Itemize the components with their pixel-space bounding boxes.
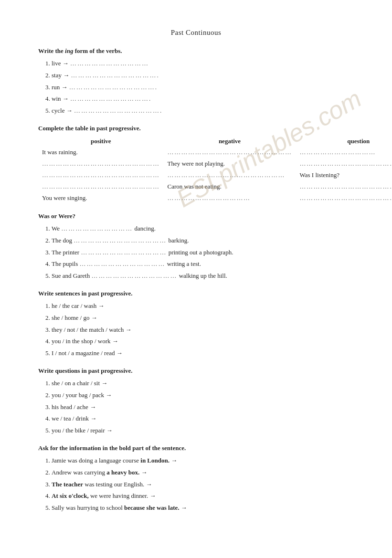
bold-part: a heavy box.: [106, 469, 139, 476]
cell-positive: ……………………………………………: [38, 169, 164, 181]
list-item: they / not / the match / watch →: [52, 325, 354, 335]
list-item: she / home / go →: [52, 313, 354, 323]
table-row: It was raining. ……………………………………………… ………………: [38, 147, 392, 158]
section-past-progressive-table: Complete the table in past progressive. …: [38, 125, 354, 204]
cell-negative: ……………………………………………: [164, 169, 296, 181]
col-question: question: [296, 136, 392, 147]
cell-positive: ……………………………………………: [38, 181, 164, 192]
cell-negative: ………………………………………………: [164, 147, 296, 158]
list-item: Sue and Gareth ……………………………… walking up t…: [52, 271, 354, 281]
cell-positive: You were singing.: [38, 192, 164, 204]
list-item: The pupils ……………………………… writing a test.: [52, 259, 354, 269]
list-item: We ………………………… dancing.: [52, 224, 354, 234]
list-item: we / tea / drink →: [52, 414, 354, 424]
list-item: The teacher was testing our English. →: [52, 480, 354, 490]
list-item: you / the bike / repair →: [52, 426, 354, 436]
section-questions-past-progressive: Write questions in past progressive. she…: [38, 367, 354, 436]
list-item: win → …………………………….: [52, 94, 354, 104]
list-item: you / your bag / pack →: [52, 390, 354, 400]
section-sentences-past-progressive: Write sentences in past progressive. he …: [38, 290, 354, 358]
table-row: …………………………………………… They were not playing.…: [38, 158, 392, 169]
table-row: …………………………………………… …………………………………………… Was …: [38, 169, 392, 181]
list-item: I / not / a magazine / read →: [52, 348, 354, 358]
section3-heading: Was or Were?: [38, 212, 354, 220]
cell-question: ……………………………: [296, 147, 392, 158]
table-row: You were singing. ……………………………… …………………………: [38, 192, 392, 204]
cell-question: ………………………………………: [296, 192, 392, 204]
section-ing-form: Write the ing form of the verbs. live → …: [38, 47, 354, 116]
cell-negative: They were not playing.: [164, 158, 296, 169]
list-item: At six o'clock, we were having dinner. →: [52, 491, 354, 501]
section-ask-bold-info: Ask for the information in the bold part…: [38, 444, 354, 513]
section-was-were: Was or Were? We ………………………… dancing. The …: [38, 212, 354, 281]
list-item: stay → ……………………………….: [52, 71, 354, 81]
bold-part: in London.: [140, 457, 170, 464]
cell-negative: Caron was not eating.: [164, 181, 296, 192]
section5-list: she / on a chair / sit → you / your bag …: [52, 379, 354, 436]
list-item: The dog ………………………………… barking.: [52, 236, 354, 246]
cell-positive: ……………………………………………: [38, 158, 164, 169]
cell-question: ……………………………………………: [296, 158, 392, 169]
section1-list: live → …………………………… stay → ………………………………. …: [52, 59, 354, 116]
section4-list: he / the car / wash → she / home / go → …: [52, 301, 354, 358]
bold-part: At six o'clock,: [52, 492, 89, 499]
section2-heading: Complete the table in past progressive.: [38, 125, 354, 132]
section5-heading: Write questions in past progressive.: [38, 367, 354, 375]
section1-heading: Write the ing form of the verbs.: [38, 47, 354, 55]
list-item: run → ……………………………….: [52, 83, 354, 93]
page-title: Past Continuous: [38, 29, 354, 37]
list-item: Sally was hurrying to school because she…: [52, 503, 354, 513]
bold-part: The teacher: [52, 481, 83, 488]
list-item: she / on a chair / sit →: [52, 379, 354, 389]
cell-question: ……………………………………………: [296, 181, 392, 192]
bold-part: because she was late.: [124, 504, 180, 511]
list-item: The printer ……………………………… printing out a …: [52, 248, 354, 258]
list-item: his head / ache →: [52, 402, 354, 412]
table-row: …………………………………………… Caron was not eating. …: [38, 181, 392, 192]
section6-list: Jamie was doing a language course in Lon…: [52, 456, 354, 513]
col-negative: negative: [164, 136, 296, 147]
section3-list: We ………………………… dancing. The dog …………………………: [52, 224, 354, 281]
list-item: he / the car / wash →: [52, 301, 354, 311]
col-positive: positive: [38, 136, 164, 147]
cell-question: Was I listening?: [296, 169, 392, 181]
prog-table: positive negative question It was rainin…: [38, 136, 392, 204]
cell-negative: ………………………………: [164, 192, 296, 204]
section6-heading: Ask for the information in the bold part…: [38, 444, 354, 452]
list-item: Andrew was carrying a heavy box. →: [52, 468, 354, 478]
list-item: you / in the shop / work →: [52, 337, 354, 347]
list-item: cycle → ……………………………….: [52, 106, 354, 116]
list-item: Jamie was doing a language course in Lon…: [52, 456, 354, 466]
cell-positive: It was raining.: [38, 147, 164, 158]
list-item: live → ……………………………: [52, 59, 354, 69]
section4-heading: Write sentences in past progressive.: [38, 290, 354, 297]
